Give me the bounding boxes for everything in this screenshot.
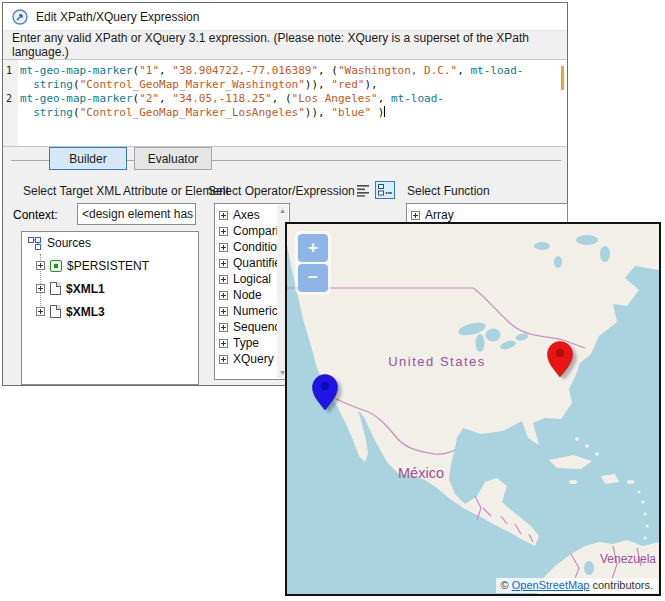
sources-icon	[28, 237, 41, 250]
sources-root-label: Sources	[47, 236, 91, 250]
dialog-title: Edit XPath/XQuery Expression	[36, 10, 199, 24]
text-cursor	[384, 106, 385, 117]
attribution-suffix: contributors.	[592, 579, 653, 591]
expand-icon[interactable]	[219, 355, 228, 364]
label-venezuela: Venezuela	[600, 552, 656, 566]
label-united-states: United States	[388, 354, 486, 369]
geo-map[interactable]: United States México Venezuela + − © Ope…	[285, 222, 661, 596]
sources-tree[interactable]: Sources $PERSISTENT$XML1$XML3	[21, 231, 199, 385]
code-line: 2mt-geo-map-marker("2", "34.05,-118.25",…	[3, 92, 567, 106]
caribbean-islands	[549, 437, 654, 557]
label-mexico: México	[398, 465, 444, 481]
north-america-landmass	[287, 224, 659, 546]
document-icon	[50, 305, 61, 318]
scroll-up-icon[interactable]: ▲	[277, 205, 288, 216]
zoom-out-button[interactable]: −	[298, 264, 328, 292]
section-function-label: Select Function	[407, 184, 490, 198]
context-label: Context:	[13, 208, 58, 222]
context-field[interactable]: <design element has no	[77, 203, 196, 225]
source-item[interactable]: $XML1	[22, 277, 198, 300]
expand-icon[interactable]	[219, 339, 228, 348]
xpath-expression-editor[interactable]: 1mt-geo-map-marker("1", "38.904722,-77.0…	[3, 59, 567, 147]
map-zoom-control: + −	[295, 231, 331, 295]
code-area: 1mt-geo-map-marker("1", "38.904722,-77.0…	[3, 64, 567, 120]
source-item[interactable]: $XML3	[22, 300, 198, 323]
lake-maracaibo	[584, 561, 594, 575]
expand-icon[interactable]	[219, 291, 228, 300]
section-target-label: Select Target XML Attribute or Element	[23, 184, 229, 198]
code-line: 1mt-geo-map-marker("1", "38.904722,-77.0…	[3, 64, 567, 78]
info-bar: Enter any valid XPath or XQuery 3.1 expr…	[3, 30, 567, 59]
sources-root[interactable]: Sources	[22, 232, 198, 254]
code-line: string("Control_GeoMap_Marker_LosAngeles…	[3, 106, 567, 120]
expand-icon[interactable]	[219, 275, 228, 284]
dialog-titlebar: Edit XPath/XQuery Expression	[3, 3, 567, 30]
expand-icon[interactable]	[36, 261, 45, 270]
openstreetmap-link[interactable]: OpenStreetMap	[512, 579, 590, 591]
source-item[interactable]: $PERSISTENT	[22, 254, 198, 277]
info-text: Enter any valid XPath or XQuery 3.1 expr…	[12, 31, 567, 59]
expand-icon[interactable]	[219, 243, 228, 252]
map-attribution: © OpenStreetMap contributors.	[496, 578, 657, 593]
hierarchical-view-icon[interactable]	[375, 181, 395, 199]
section-operator-label: Select Operator/Expression	[208, 184, 355, 198]
expand-icon[interactable]	[219, 227, 228, 236]
flat-view-icon[interactable]	[356, 183, 371, 201]
expand-icon[interactable]	[219, 211, 228, 220]
sources-items: $PERSISTENT$XML1$XML3	[22, 254, 198, 323]
expand-icon[interactable]	[219, 323, 228, 332]
map-canvas: United States México Venezuela	[287, 224, 659, 594]
copyright-symbol: ©	[501, 579, 509, 591]
expand-icon[interactable]	[411, 211, 420, 220]
expand-icon[interactable]	[36, 307, 45, 316]
expand-icon[interactable]	[219, 259, 228, 268]
operator-listbox[interactable]: AxesComparisonConditionalQuantified,Logi…	[214, 203, 290, 380]
modified-lines-marker	[561, 66, 564, 90]
xpath-dialog-icon	[12, 9, 28, 25]
tab-evaluator[interactable]: Evaluator	[134, 147, 212, 170]
expand-icon[interactable]	[36, 284, 45, 293]
function-category[interactable]: Array	[407, 207, 567, 223]
zoom-in-button[interactable]: +	[298, 234, 328, 262]
expand-icon[interactable]	[219, 307, 228, 316]
persistent-icon	[50, 260, 62, 272]
document-icon	[50, 282, 61, 295]
code-line: string("Control_GeoMap_Marker_Washington…	[3, 78, 567, 92]
tab-builder[interactable]: Builder	[49, 147, 127, 170]
function-list: Array	[407, 204, 567, 223]
